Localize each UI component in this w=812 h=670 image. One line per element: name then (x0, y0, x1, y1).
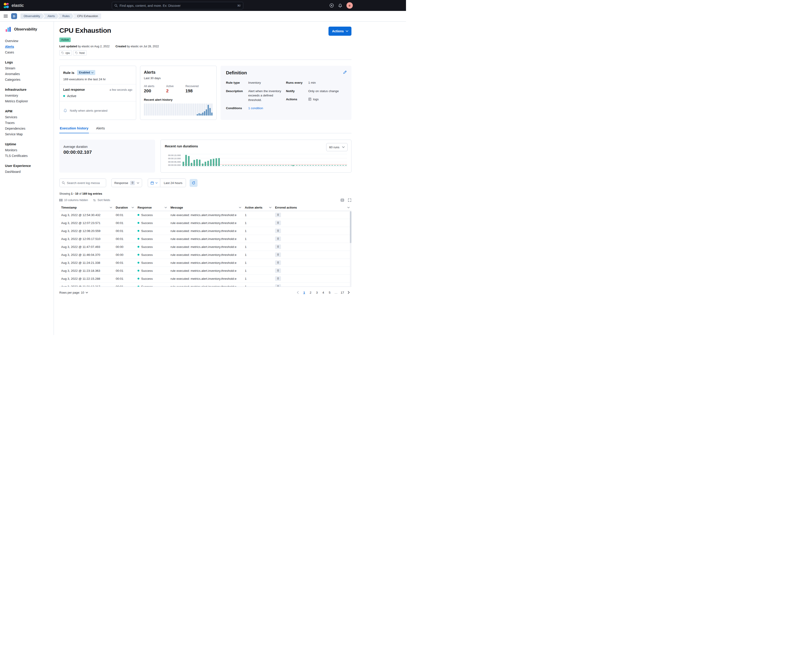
sidebar-item-monitors[interactable]: Monitors (5, 147, 51, 153)
tab-alerts[interactable]: Alerts (96, 126, 105, 133)
cell-active-alerts: 1 (243, 237, 273, 240)
sidebar-item-overview[interactable]: Overview (5, 38, 51, 44)
breadcrumb-item-cpu-exhaustion[interactable]: CPU Exhaustion (73, 14, 101, 19)
run-duration-bar (213, 159, 214, 166)
next-page-button[interactable] (346, 290, 351, 295)
page-button-2[interactable]: 2 (308, 290, 313, 295)
breadcrumb-item-alerts[interactable]: Alerts (43, 14, 59, 19)
elastic-logo-icon (3, 2, 9, 8)
cell-active-alerts: 1 (243, 229, 273, 233)
date-picker-menu-button[interactable] (148, 179, 160, 187)
sidebar-item-categories[interactable]: Categories (5, 77, 51, 82)
cell-response: Success (136, 229, 169, 233)
sidebar-item-metrics-explorer[interactable]: Metrics Explorer (5, 98, 51, 104)
page-button-5[interactable]: 5 (327, 290, 333, 295)
history-bar-slot (171, 103, 172, 115)
column-header-timestamp[interactable]: Timestamp (59, 206, 114, 209)
history-bar-slot (198, 103, 200, 115)
refresh-button[interactable] (189, 179, 198, 187)
sidebar-item-stream[interactable]: Stream (5, 65, 51, 71)
sidebar-item-traces[interactable]: Traces (5, 120, 51, 125)
cell-response: Success (136, 213, 169, 217)
column-header-active-alerts[interactable]: Active alerts (243, 206, 273, 209)
sidebar-item-alerts[interactable]: Alerts (5, 44, 51, 49)
enabled-badge-label: Enabled (79, 70, 90, 75)
previous-page-button[interactable] (295, 290, 300, 295)
sort-fields-button[interactable]: Sort fields (93, 198, 110, 202)
tab-execution-history[interactable]: Execution history (59, 126, 89, 133)
sidebar-item-dependencies[interactable]: Dependencies (5, 125, 51, 131)
column-header-message[interactable]: Message (169, 206, 243, 209)
actions-button[interactable]: Actions (329, 27, 351, 36)
tag-badge-host[interactable]: host (73, 50, 87, 56)
global-search-input[interactable] (120, 4, 236, 7)
grid-scrollbar[interactable] (350, 211, 351, 286)
time-range-button[interactable]: Last 24 hours (160, 179, 186, 187)
history-bar-slot (179, 103, 180, 115)
notifications-bell-icon[interactable] (338, 3, 342, 8)
sidebar-group-logs: Logs (5, 61, 51, 64)
sidebar-item-anomalies[interactable]: Anomalies (5, 71, 51, 77)
history-bar-slot (162, 103, 164, 115)
sidebar-item-cases[interactable]: Cases (5, 49, 51, 55)
alerts-stats: All alerts 200 Active 2 Recovered 198 (144, 85, 213, 93)
last-response-value: Active (67, 94, 76, 98)
page-button-1[interactable]: 1 (301, 290, 307, 295)
cell-response: Success (136, 261, 169, 264)
status-dot (63, 95, 65, 97)
guided-setup-icon[interactable] (329, 3, 334, 8)
sidebar-item-dashboard[interactable]: Dashboard (5, 169, 51, 174)
history-bar-slot (184, 103, 185, 115)
cell-duration: 00:01 (114, 221, 136, 225)
space-avatar[interactable]: D (11, 13, 17, 19)
page-button-17[interactable]: 17 (339, 290, 345, 295)
run-duration-bar (207, 161, 209, 166)
conditions-link[interactable]: 1 condition (248, 106, 263, 110)
global-search[interactable]: ⌘/ (112, 2, 243, 9)
chevron-down-icon[interactable] (165, 207, 167, 208)
page-button-4[interactable]: 4 (321, 290, 326, 295)
cell-active-alerts: 1 (243, 253, 273, 257)
event-log-search[interactable] (59, 179, 106, 187)
sidebar: Observability OverviewAlertsCasesLogsStr… (0, 22, 54, 335)
chevron-down-icon[interactable] (110, 207, 112, 208)
chevron-down-icon[interactable] (347, 207, 349, 208)
edit-pencil-icon[interactable] (343, 70, 347, 74)
enabled-badge[interactable]: Enabled (77, 70, 95, 75)
cell-duration: 00:01 (114, 277, 136, 281)
user-avatar[interactable]: e (346, 2, 353, 8)
elastic-brand[interactable]: elastic (3, 2, 24, 8)
runs-range-select[interactable]: 60 runs (326, 143, 348, 151)
column-header-errored-actions[interactable]: Errored actions (273, 206, 351, 209)
response-filter-button[interactable]: Response 0 (111, 179, 142, 187)
definition-value: Inventory (248, 81, 261, 85)
chevron-down-icon[interactable] (269, 207, 272, 208)
breadcrumb-item-rules[interactable]: Rules (58, 14, 74, 19)
scrollbar-thumb[interactable] (350, 211, 351, 243)
cell-errored-actions: 0 (273, 261, 351, 265)
page-numbers: 12345…17 (301, 290, 345, 295)
chevron-down-icon[interactable] (132, 207, 134, 208)
menu-hamburger-icon[interactable] (3, 14, 8, 18)
sidebar-item-service-map[interactable]: Service Map (5, 131, 51, 137)
history-bar-slot (153, 103, 154, 115)
table-row: Aug 3, 2022 @ 12:54:30.432 00:01 Success… (59, 211, 351, 219)
column-header-duration[interactable]: Duration (114, 206, 136, 209)
sidebar-item-inventory[interactable]: Inventory (5, 93, 51, 98)
event-log-search-input[interactable] (67, 181, 104, 184)
columns-hidden-button[interactable]: 10 columns hidden (59, 198, 88, 202)
sidebar-item-tls-certificates[interactable]: TLS Certificates (5, 153, 51, 159)
sidebar-item-services[interactable]: Services (5, 114, 51, 120)
column-header-response[interactable]: Response (136, 206, 169, 209)
rows-per-page-label: Rows per page: 10 (59, 291, 84, 294)
rows-per-page-button[interactable]: Rows per page: 10 (59, 291, 88, 294)
breadcrumb-item-observability[interactable]: Observability (20, 14, 44, 19)
run-duration-bar (216, 158, 217, 166)
display-options-icon[interactable] (341, 198, 344, 202)
tag-badge-cpu[interactable]: cpu (59, 50, 72, 56)
fullscreen-icon[interactable] (348, 198, 351, 202)
history-bar-slot (169, 103, 171, 115)
page-button-3[interactable]: 3 (314, 290, 320, 295)
y-tick-label: 00:00:00.000 (165, 164, 181, 166)
chevron-down-icon[interactable] (239, 207, 241, 208)
